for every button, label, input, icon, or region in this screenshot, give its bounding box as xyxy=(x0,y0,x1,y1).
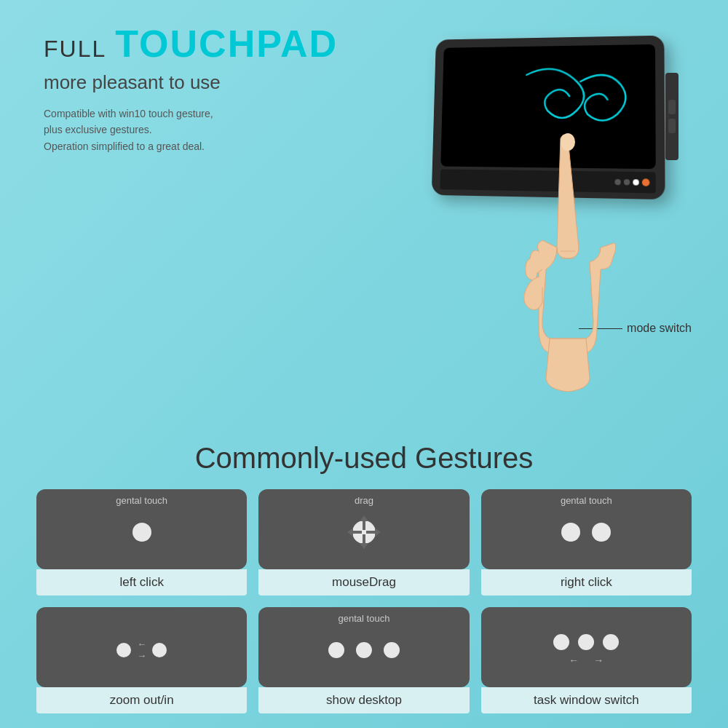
task-icon xyxy=(553,634,619,650)
gesture-dot-sd-3 xyxy=(384,642,400,658)
gesture-card-show-desktop: gental touch xyxy=(258,607,469,687)
hand-svg xyxy=(488,116,648,393)
gesture-item-right-click: gental touch right click xyxy=(481,489,692,596)
gesture-label-left-click: left click xyxy=(36,569,247,596)
gesture-small-label-show-desktop: gental touch xyxy=(339,613,390,624)
gesture-dot-sd-1 xyxy=(328,642,344,658)
gesture-label-zoom: zoom out/in xyxy=(36,687,247,713)
device-right-side xyxy=(665,73,678,160)
gesture-card-left-click: gental touch xyxy=(36,489,247,569)
gesture-item-left-click: gental touch left click xyxy=(36,489,247,596)
gesture-small-label-drag: drag xyxy=(355,495,373,506)
drag-icon xyxy=(349,518,379,547)
gesture-dot-1 xyxy=(561,523,580,542)
gesture-card-mouse-drag: drag xyxy=(258,489,469,569)
zoom-arrows: ← → xyxy=(137,638,146,661)
gesture-item-zoom: ← → zoom out/in xyxy=(36,607,247,713)
gesture-dot-2 xyxy=(592,523,611,542)
gesture-dots-left-click xyxy=(132,523,151,542)
description: Compatible with win10 touch gesture, plu… xyxy=(44,106,320,154)
task-arrows-row: ← → xyxy=(569,654,604,666)
gesture-item-mouse-drag: drag xyxy=(258,489,469,596)
side-button-1 xyxy=(668,100,676,114)
gestures-grid: gental touch left click drag xyxy=(36,489,692,713)
task-arrow-left: ← xyxy=(569,654,579,666)
title-full: FULL xyxy=(44,36,106,63)
svg-marker-5 xyxy=(360,515,368,530)
svg-marker-4 xyxy=(366,528,381,537)
zoom-arrow-right: → xyxy=(137,650,146,662)
svg-marker-6 xyxy=(360,534,368,549)
desc-line2: plus exclusive gestures. xyxy=(44,124,152,135)
gesture-dot xyxy=(132,523,151,542)
page-container: FULL TOUCHPAD more pleasant to use Compa… xyxy=(0,0,728,728)
gestures-section: Commonly-used Gestures gental touch left… xyxy=(36,442,692,713)
gesture-label-mouse-drag: mouseDrag xyxy=(258,569,469,596)
svg-marker-3 xyxy=(347,528,362,537)
gesture-dots-show-desktop xyxy=(328,642,400,658)
zoom-icon: ← → xyxy=(116,638,167,661)
desc-line3: Operation simplified to a great deal. xyxy=(44,141,205,152)
gesture-card-right-click: gental touch xyxy=(481,489,692,569)
gesture-item-task: ← → task window switch xyxy=(481,607,692,713)
title-touchpad: TOUCHPAD xyxy=(115,22,338,66)
gesture-item-show-desktop: gental touch show desktop xyxy=(258,607,469,713)
gesture-dot-sd-2 xyxy=(356,642,372,658)
task-dot-3 xyxy=(603,634,619,650)
hand-illustration xyxy=(488,116,648,393)
zoom-arrow-left: ← xyxy=(137,638,146,650)
gesture-small-label-right-click: gental touch xyxy=(561,495,612,506)
gesture-dots-right-click xyxy=(561,523,611,542)
side-button-2 xyxy=(668,119,676,133)
drag-arrows-svg xyxy=(346,514,382,550)
zoom-dot-1 xyxy=(116,643,131,657)
gesture-label-task: task window switch xyxy=(481,687,692,713)
desc-line1: Compatible with win10 touch gesture, xyxy=(44,108,213,119)
task-arrow-right: → xyxy=(593,654,604,666)
gesture-label-right-click: right click xyxy=(481,569,692,596)
zoom-dot-2 xyxy=(152,643,167,657)
gesture-card-zoom: ← → xyxy=(36,607,247,687)
gesture-label-show-desktop: show desktop xyxy=(258,687,469,713)
task-dot-1 xyxy=(553,634,569,650)
gesture-small-label-left-click: gental touch xyxy=(116,495,167,506)
gesture-card-task: ← → xyxy=(481,607,692,687)
gestures-title: Commonly-used Gestures xyxy=(36,442,692,475)
task-dot-2 xyxy=(578,634,594,650)
device-area: mode switch xyxy=(357,15,706,393)
svg-point-0 xyxy=(561,133,575,151)
